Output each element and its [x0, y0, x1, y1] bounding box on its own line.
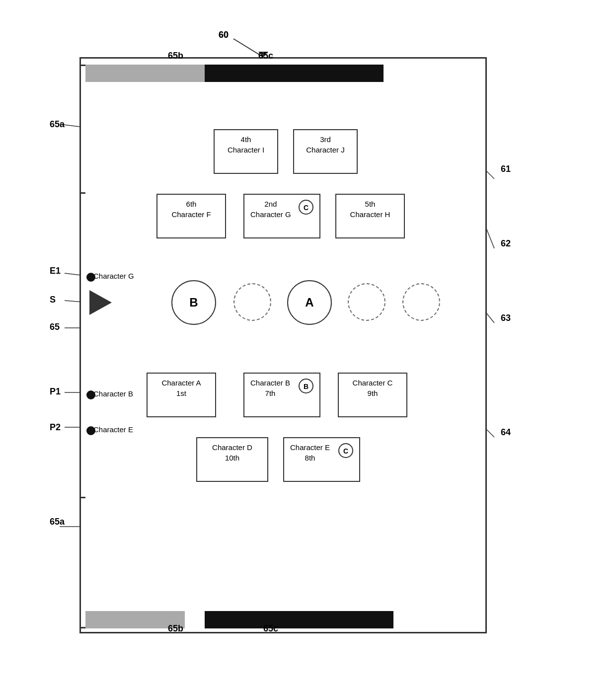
- label-65b-top: 65b: [168, 51, 183, 61]
- circle-big-A: A: [287, 280, 332, 325]
- box-char-F: 6th Character F: [156, 194, 226, 238]
- box-char-B-rank: 7th: [250, 388, 290, 398]
- label-61: 61: [501, 164, 511, 174]
- box-char-G: 2nd Character G C: [243, 194, 320, 238]
- label-65b-bot: 65b: [168, 623, 183, 634]
- label-P2-text: Character E: [93, 425, 133, 434]
- diagram-container: 60 60 61 62 63 64 65b 65c 65b 65c 65a 65…: [50, 30, 546, 666]
- progress-bar-black-top: [205, 65, 384, 82]
- box-char-E-name: Character E: [290, 442, 330, 453]
- box-char-J-rank: 3rd: [300, 134, 351, 145]
- dot-E1: [86, 273, 95, 282]
- label-64: 64: [501, 427, 511, 438]
- box-char-H-rank: 5th: [342, 199, 398, 209]
- box-char-E-rank: 8th: [290, 453, 330, 463]
- dot-P1: [86, 390, 95, 399]
- label-P2: P2: [50, 422, 61, 433]
- device-rect: [79, 57, 487, 633]
- box-char-J-name: Character J: [300, 145, 351, 155]
- circle-dashed-3: [402, 283, 440, 321]
- label-65a-bot: 65a: [50, 517, 65, 527]
- box-char-B-name: Character B: [250, 378, 290, 388]
- icon-C-G: C: [299, 200, 313, 215]
- box-char-G-rank: 2nd: [250, 199, 291, 209]
- label-62: 62: [501, 238, 511, 249]
- label-60: 60: [219, 30, 229, 40]
- label-P1-text: Character B: [93, 389, 133, 398]
- box-char-A-rank: 1st: [154, 388, 209, 398]
- label-65: 65: [50, 322, 60, 332]
- circle-dashed-2: [348, 283, 385, 321]
- icon-C-E: C: [338, 443, 353, 458]
- box-char-B: Character B 7th B: [243, 373, 320, 417]
- box-char-H: 5th Character H: [335, 194, 405, 238]
- left-bracket-top: [79, 65, 85, 194]
- box-char-H-name: Character H: [342, 209, 398, 220]
- icon-B: B: [299, 379, 313, 393]
- box-char-E: Character E 8th C: [283, 437, 360, 482]
- label-65c-top: 65c: [258, 51, 273, 61]
- dot-P2: [86, 426, 95, 435]
- progress-bar-black-bot: [205, 611, 393, 628]
- label-P1: P1: [50, 386, 61, 397]
- label-E1: E1: [50, 266, 61, 276]
- circle-dashed-1: [233, 283, 271, 321]
- label-65a-top: 65a: [50, 119, 65, 130]
- box-char-F-rank: 6th: [163, 199, 219, 209]
- box-char-C: Character C 9th: [338, 373, 407, 417]
- box-char-I: 4th Character I: [214, 129, 278, 174]
- bracket-top-line: [79, 65, 85, 66]
- box-char-A-name: Character A: [154, 378, 209, 388]
- left-bracket-bot: [79, 497, 85, 628]
- box-char-F-name: Character F: [163, 209, 219, 220]
- label-65c-bot: 65c: [263, 623, 278, 634]
- box-char-C-rank: 9th: [345, 388, 400, 398]
- box-char-D: Character D 10th: [196, 437, 268, 482]
- progress-bar-gray-top: [85, 65, 205, 82]
- play-button[interactable]: [89, 290, 112, 315]
- box-char-I-name: Character I: [221, 145, 271, 155]
- box-char-A: Character A 1st: [147, 373, 216, 417]
- box-char-I-rank: 4th: [221, 134, 271, 145]
- box-char-J: 3rd Character J: [293, 129, 358, 174]
- label-E1-text: Character G: [93, 272, 134, 280]
- circle-big-B: B: [171, 280, 216, 325]
- label-63: 63: [501, 313, 511, 323]
- box-char-G-name: Character G: [250, 209, 291, 220]
- box-char-D-name: Character D: [203, 442, 261, 453]
- label-S: S: [50, 295, 56, 305]
- box-char-D-rank: 10th: [203, 453, 261, 463]
- box-char-C-name: Character C: [345, 378, 400, 388]
